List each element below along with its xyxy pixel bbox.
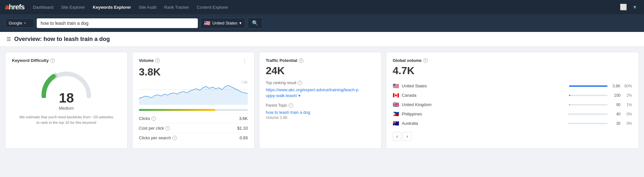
next-page-button[interactable]: ›: [403, 132, 411, 141]
flag-au: 🇦🇺: [393, 120, 399, 126]
parent-topic-help-icon[interactable]: ?: [289, 103, 293, 108]
country-bar-au: [569, 123, 608, 124]
brand-orange: a: [5, 3, 9, 11]
country-row-us: 🇺🇸 United States 3.8K 80%: [393, 81, 632, 91]
cpc-help-icon[interactable]: ?: [165, 126, 170, 131]
clicks-help-icon[interactable]: ?: [151, 116, 156, 121]
country-row-ph: 🇵🇭 Philippines 40 0%: [393, 109, 632, 119]
metric-row-cps: Clicks per search ? 0.93: [139, 133, 248, 143]
country-select[interactable]: 🇺🇸 United States ▾: [200, 18, 245, 28]
volume-progress-bar: [139, 109, 248, 111]
nav-content-explorer[interactable]: Content Explorer: [194, 4, 232, 11]
page-title: Overview: how to leash train a dog: [14, 36, 110, 43]
country-name-us: United States: [402, 84, 566, 88]
country-bar-ph: [569, 113, 608, 115]
metric-row-cpc: Cost per click ? $1.10: [139, 123, 248, 133]
volume-chart: 7.0K: [139, 81, 248, 106]
cards-grid: Keyword Difficulty ? 18 Medium We estima…: [0, 47, 644, 154]
volume-number: 3.8K: [139, 66, 248, 78]
cps-help-icon[interactable]: ?: [172, 136, 177, 140]
monitor-icon[interactable]: ⬜: [617, 2, 630, 12]
clicks-value: 3.6K: [239, 116, 248, 121]
kd-card-label: Keyword Difficulty ?: [12, 58, 121, 63]
country-pct-au: 0%: [623, 121, 632, 126]
country-vol-us: 3.8K: [610, 84, 620, 88]
volume-card: Volume ? ⋮ 3.8K 7.0K: [132, 52, 255, 149]
traffic-number: 24K: [266, 65, 375, 77]
search-input-wrap: [37, 18, 198, 28]
traffic-help-icon[interactable]: ?: [299, 58, 303, 63]
engine-select[interactable]: Google ▾: [5, 18, 34, 28]
more-options-icon[interactable]: ⋮: [242, 58, 248, 64]
volume-sparkline: [139, 81, 248, 105]
country-vol-uk: 90: [610, 103, 620, 107]
cpc-value: $1.10: [237, 126, 248, 131]
traffic-card-label: Traffic Potential ?: [266, 58, 375, 63]
volume-card-header: Volume ? ⋮: [139, 58, 248, 64]
nav-rank-tracker[interactable]: Rank Tracker: [161, 4, 192, 11]
kd-help-icon[interactable]: ?: [50, 58, 55, 63]
country-name-uk: United Kingdom: [402, 102, 566, 107]
nav-keywords-explorer[interactable]: Keywords Explorer: [90, 4, 134, 11]
parent-topic-label: Parent Topic ?: [266, 103, 375, 108]
volume-help-icon[interactable]: ?: [155, 58, 160, 63]
kd-description: We estimate that you'll need backlinks f…: [12, 114, 121, 126]
country-chevron: ▾: [239, 21, 242, 25]
nav-site-audit[interactable]: Site Audit: [136, 4, 160, 11]
country-vol-ph: 40: [610, 112, 620, 116]
hamburger-icon[interactable]: ☰: [6, 36, 11, 42]
country-name-au: Australia: [402, 121, 566, 126]
country-row-uk: 🇬🇧 United Kingdom 90 1%: [393, 100, 632, 109]
global-volume-card: Global volume ? 4.7K 🇺🇸 United States 3.…: [386, 52, 639, 149]
flag-ca: 🇨🇦: [393, 92, 399, 98]
flag-uk: 🇬🇧: [393, 102, 399, 108]
top-ranking-label: Top ranking result ?: [266, 81, 375, 85]
parent-topic-link[interactable]: how to leash train a dog: [266, 110, 310, 115]
country-bar-ca: [569, 95, 608, 96]
country-bar-us: [569, 85, 608, 87]
page-header: ☰ Overview: how to leash train a dog: [0, 32, 644, 47]
kd-score-label: Medium: [12, 106, 121, 111]
search-input[interactable]: [37, 18, 198, 28]
pagination: ‹ ›: [393, 132, 632, 141]
country-name-ca: Canada: [402, 93, 566, 98]
global-number: 4.7K: [393, 65, 632, 77]
country-bar-uk: [569, 104, 608, 105]
chart-max-label: 7.0K: [241, 81, 248, 84]
top-ranking-link[interactable]: https://www.akc.org/expert-advice/traini…: [266, 87, 375, 99]
country-pct-uk: 1%: [623, 103, 632, 107]
country-row-ca: 🇨🇦 Canada 100 2%: [393, 91, 632, 100]
nav-dashboard[interactable]: Dashboard: [30, 4, 57, 11]
volume-card-label: Volume ?: [139, 58, 160, 63]
country-label: United States: [212, 21, 237, 25]
engine-label: Google: [9, 21, 22, 25]
global-help-icon[interactable]: ?: [423, 58, 428, 63]
flag-us: 🇺🇸: [393, 83, 399, 89]
traffic-potential-card: Traffic Potential ? 24K Top ranking resu…: [259, 52, 381, 149]
nav-site-explorer[interactable]: Site Explorer: [58, 4, 88, 11]
cps-value: 0.93: [240, 135, 248, 140]
country-vol-ca: 100: [610, 93, 620, 98]
country-vol-au: 30: [610, 121, 620, 126]
search-bar: Google ▾ 🇺🇸 United States ▾ 🔍: [0, 14, 644, 32]
global-card-label: Global volume ?: [393, 58, 632, 63]
country-pct-ph: 0%: [623, 112, 632, 116]
navbar: ahrefs Dashboard Site Explorer Keywords …: [0, 0, 644, 14]
country-pct-ca: 2%: [623, 93, 632, 98]
country-pct-us: 80%: [623, 84, 632, 88]
brand-logo: ahrefs: [5, 3, 24, 11]
prev-page-button[interactable]: ‹: [393, 132, 401, 141]
kd-score: 18: [12, 90, 121, 106]
chevron-down-icon[interactable]: ▾: [631, 2, 639, 12]
search-button[interactable]: 🔍: [248, 17, 263, 29]
engine-chevron: ▾: [24, 21, 26, 25]
country-name-ph: Philippines: [402, 112, 566, 116]
parent-topic-volume: Volume 3.8K: [266, 115, 375, 120]
brand-white: hrefs: [9, 3, 24, 11]
country-row-au: 🇦🇺 Australia 30 0%: [393, 119, 632, 128]
flag-ph: 🇵🇭: [393, 111, 399, 117]
keyword-difficulty-card: Keyword Difficulty ? 18 Medium We estima…: [5, 52, 128, 149]
metric-row-clicks: Clicks ? 3.6K: [139, 113, 248, 123]
top-ranking-help-icon[interactable]: ?: [298, 81, 302, 85]
